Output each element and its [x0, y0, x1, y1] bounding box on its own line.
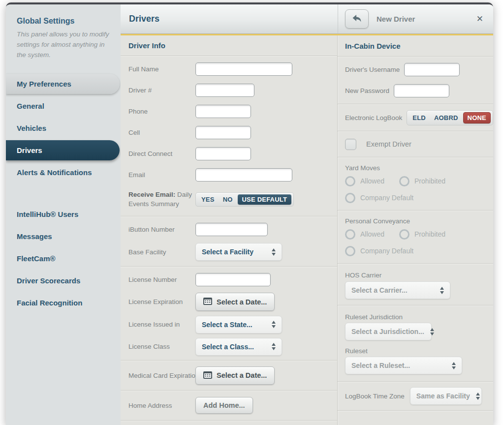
username-label: Driver's Username [345, 66, 400, 73]
phone-input[interactable] [195, 105, 251, 118]
receive-email-yes[interactable]: YES [198, 194, 218, 205]
yard-moves-company-default-label: Company Default [360, 194, 413, 202]
license-number-input[interactable] [195, 273, 271, 286]
new-driver-header: New Driver ✕ [338, 4, 493, 33]
logbook-none[interactable]: NONE [463, 112, 491, 123]
ruleset-select[interactable]: Select a Ruleset... [345, 357, 462, 374]
license-class-label: License Class [128, 343, 195, 350]
sidebar-item-driver-scorecards[interactable]: Driver Scorecards [6, 271, 120, 291]
stepper-icon [272, 343, 276, 350]
personal-conveyance-prohibited-radio[interactable] [399, 229, 410, 240]
email-input[interactable] [195, 168, 292, 182]
content-area: Drivers New Driver ✕ Driver Inf [121, 4, 493, 425]
stepper-icon [272, 321, 276, 328]
personal-conveyance-allowed-radio[interactable] [345, 229, 355, 240]
receive-email-use-default[interactable]: USE DEFAULT [238, 194, 292, 205]
license-issued-in-label: License Issued in [128, 321, 195, 328]
add-home-button[interactable]: Add Home... [195, 397, 253, 414]
driver-number-input[interactable] [195, 84, 254, 97]
exempt-driver-label: Exempt Driver [366, 140, 411, 148]
personal-conveyance-company-default-label: Company Default [360, 247, 413, 255]
medical-card-date-button[interactable]: Select a Date... [195, 366, 275, 385]
personal-conveyance-prohibited-label: Prohibited [414, 230, 445, 238]
cell-label: Cell [128, 129, 195, 136]
license-expiration-date-button[interactable]: Select a Date... [195, 293, 275, 311]
license-expiration-label: License Expiration [128, 298, 195, 305]
close-icon[interactable]: ✕ [476, 14, 483, 24]
sidebar-item-intellihub-users[interactable]: IntelliHub® Users [6, 204, 120, 224]
home-address-section: Home Address Add Home... [121, 391, 337, 421]
stepper-icon [476, 393, 480, 400]
sidebar-item-vehicles[interactable]: Vehicles [6, 118, 120, 138]
yard-moves-prohibited-radio[interactable] [399, 176, 410, 186]
hos-carrier-label: HOS Carrier [338, 272, 493, 279]
yard-moves-prohibited-label: Prohibited [414, 177, 445, 185]
personal-conveyance-company-default-radio[interactable] [345, 246, 355, 256]
license-class-select[interactable]: Select a Class... [195, 338, 282, 356]
logbook-timezone-label: LogBook Time Zone [345, 393, 405, 400]
content-header: Drivers New Driver ✕ [121, 4, 493, 34]
exempt-driver-checkbox[interactable] [345, 139, 356, 150]
full-name-input[interactable] [195, 62, 292, 76]
right-column-filler [338, 411, 493, 425]
full-name-label: Full Name [128, 65, 195, 73]
direct-connect-label: Direct Connect [128, 150, 195, 157]
in-cabin-title: In-Cabin Device [338, 42, 401, 50]
subpanel-title: New Driver [377, 15, 469, 23]
stepper-icon [452, 362, 456, 369]
ruleset-section: Ruleset Jurisdiction Select a Jurisdicti… [338, 305, 493, 382]
yard-moves-label: Yard Moves [338, 164, 493, 172]
ruleset-jurisdiction-label: Ruleset Jurisdiction [338, 313, 493, 321]
driver-identity-section: Full Name Driver # Phone Cell [121, 56, 337, 216]
left-column-filler [121, 421, 337, 425]
phone-label: Phone [128, 108, 195, 115]
sidebar-description: This panel allows you to modify settings… [17, 30, 112, 61]
medical-card-section: Medical Card Expiration Select a Date... [121, 361, 337, 391]
personal-conveyance-label: Personal Conveyance [338, 217, 493, 225]
sidebar: Global Settings This panel allows you to… [6, 4, 121, 425]
stepper-icon [440, 287, 444, 294]
username-input[interactable] [404, 63, 460, 76]
logbook-timezone-select[interactable]: Same as Facility [410, 387, 482, 405]
timezone-section: LogBook Time Zone Same as Facility [338, 382, 493, 411]
sidebar-group-gap [6, 184, 121, 202]
calendar-icon [203, 371, 212, 380]
page-title: Drivers [129, 14, 159, 24]
medical-card-expiration-label: Medical Card Expiration [128, 372, 195, 379]
electronic-logbook-toggle[interactable]: ELD AOBRD NONE [407, 110, 493, 125]
back-arrow-icon [351, 13, 362, 25]
sidebar-nav: My Preferences General Vehicles Drivers … [6, 74, 121, 313]
sidebar-item-messages[interactable]: Messages [6, 226, 120, 246]
receive-email-toggle[interactable]: YES NO USE DEFAULT [195, 192, 294, 207]
license-state-select[interactable]: Select a State... [195, 316, 282, 334]
logbook-aobrd[interactable]: AOBRD [431, 113, 462, 123]
sidebar-item-fleetcam[interactable]: FleetCam® [6, 248, 120, 269]
sidebar-title: Global Settings [17, 17, 112, 26]
in-cabin-column: In-Cabin Device Driver's Username New Pa… [338, 35, 493, 425]
ruleset-jurisdiction-select[interactable]: Select a Jurisdiction... [345, 323, 432, 340]
base-facility-select[interactable]: Select a Facility [195, 243, 282, 261]
email-label: Email [128, 171, 195, 179]
calendar-icon [203, 297, 212, 306]
personal-conveyance-section: Personal Conveyance Allowed Prohibited C… [338, 211, 493, 264]
ibutton-input[interactable] [195, 223, 268, 236]
license-number-label: License Number [128, 276, 195, 283]
sidebar-item-alerts-notifications[interactable]: Alerts & Notifications [6, 162, 120, 182]
sidebar-item-facial-recognition[interactable]: Facial Recognition [6, 293, 120, 313]
cell-input[interactable] [195, 126, 251, 139]
sidebar-item-my-preferences[interactable]: My Preferences [6, 74, 120, 94]
sidebar-item-general[interactable]: General [6, 96, 120, 116]
back-button[interactable] [345, 9, 369, 29]
hos-carrier-select[interactable]: Select a Carrier... [345, 281, 450, 299]
license-section: License Number License Expiration Select… [121, 267, 337, 361]
direct-connect-input[interactable] [195, 147, 251, 160]
yard-moves-allowed-radio[interactable] [345, 176, 355, 186]
receive-email-no[interactable]: NO [220, 194, 236, 205]
sidebar-item-drivers[interactable]: Drivers [6, 140, 120, 160]
electronic-logbook-section: Electronic LogBook ELD AOBRD NONE [338, 104, 493, 131]
personal-conveyance-allowed-label: Allowed [360, 230, 384, 238]
new-password-input[interactable] [394, 84, 449, 97]
yard-moves-company-default-radio[interactable] [345, 193, 355, 203]
electronic-logbook-label: Electronic LogBook [345, 114, 402, 121]
logbook-eld[interactable]: ELD [409, 113, 429, 123]
